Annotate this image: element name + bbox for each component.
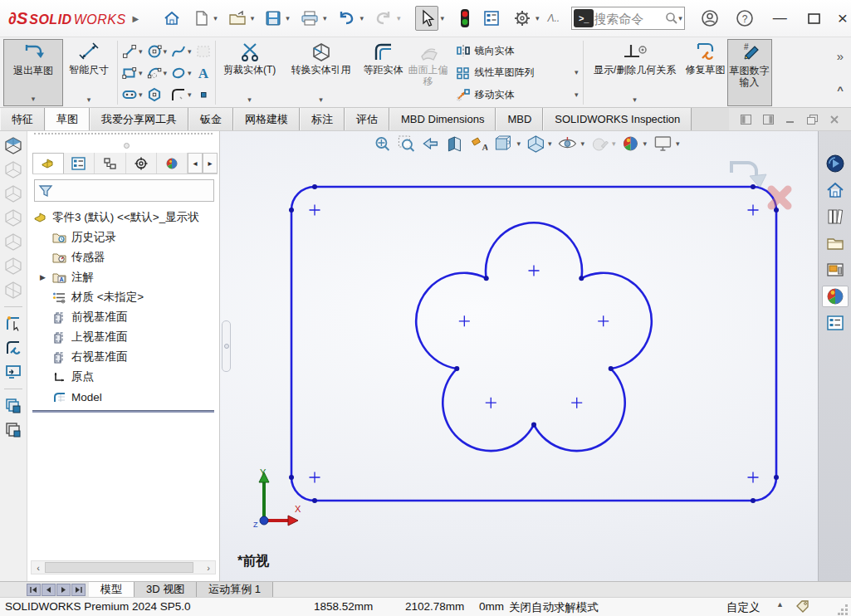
doc-close-icon[interactable] — [829, 115, 839, 125]
tree-root-item[interactable]: 零件3 (默认) <<默认>_显示状 — [27, 208, 219, 227]
ellipse-tool-icon[interactable] — [170, 65, 187, 81]
rectangle-tool-dropdown-icon[interactable]: ▾ — [139, 70, 143, 77]
display-manager-tab[interactable] — [157, 153, 188, 174]
smart-dimension-button[interactable]: 智能尺寸 ▾ — [63, 39, 115, 106]
save-dropdown-icon[interactable]: ▾ — [286, 15, 290, 22]
view-cube-icon[interactable] — [4, 257, 22, 275]
open-document-button[interactable] — [226, 6, 249, 31]
display-style-dropdown-icon[interactable]: ▾ — [548, 140, 552, 148]
convert-entities-dropdown-icon[interactable]: ▾ — [319, 96, 323, 104]
display-delete-relations-button[interactable]: 显示/删除几何关系 ▾ — [586, 39, 684, 106]
previous-tab-icon[interactable] — [42, 584, 56, 596]
account-button[interactable] — [698, 6, 721, 31]
rollback-bar[interactable] — [32, 410, 214, 413]
panel-splitter-dot[interactable] — [124, 143, 130, 149]
appearances-scenes-icon[interactable] — [822, 286, 849, 307]
view-settings-icon[interactable] — [653, 134, 672, 153]
property-manager-tab[interactable] — [64, 153, 95, 174]
tab-features[interactable]: 特征 — [0, 108, 45, 130]
tree-item-top-plane[interactable]: 上视基准面 — [27, 327, 219, 347]
zoom-area-icon[interactable] — [397, 134, 415, 153]
new-sketch-icon[interactable] — [4, 315, 22, 333]
circle-tool-icon[interactable] — [146, 43, 163, 60]
fillet-tool-dropdown-icon[interactable]: ▾ — [188, 91, 192, 99]
linear-pattern-dropdown-icon[interactable]: ▾ — [575, 69, 579, 76]
previous-view-icon[interactable] — [421, 134, 439, 153]
menu-expand-arrow-icon[interactable]: ▶ — [133, 14, 139, 23]
resize-grip-icon[interactable] — [838, 604, 849, 615]
linear-sketch-pattern-button[interactable]: 线性草图阵列 ▾ — [454, 64, 580, 82]
options-dropdown-icon[interactable]: ▾ — [536, 15, 540, 22]
trim-entities-dropdown-icon[interactable]: ▾ — [247, 96, 252, 104]
ellipse-tool-dropdown-icon[interactable]: ▾ — [188, 70, 192, 77]
tree-item-right-plane[interactable]: 右视基准面 — [27, 347, 219, 367]
tab-evaluate[interactable]: 评估 — [345, 108, 389, 130]
graphics-viewport[interactable]: A ▾ ▾ ▾ ▾ ▾ ▾ Y X Z *前视 — [235, 131, 818, 581]
toolbar-overflow-icon[interactable]: Λ.. — [548, 12, 560, 24]
zoom-fit-icon[interactable] — [373, 134, 391, 153]
window-close-button[interactable]: × — [828, 8, 851, 28]
fillet-tool-icon[interactable] — [170, 86, 187, 103]
view-settings-dropdown-icon[interactable]: ▾ — [676, 140, 680, 148]
move-entities-dropdown-icon[interactable]: ▾ — [575, 91, 579, 99]
trim-entities-button[interactable]: 剪裁实体(T) ▾ — [218, 39, 281, 106]
panel-drag-handle[interactable] — [34, 133, 213, 139]
exit-sketch-dropdown-icon[interactable]: ▾ — [32, 95, 36, 103]
view-cube-icon[interactable] — [4, 184, 22, 203]
3d-views-tab[interactable]: 3D 视图 — [134, 582, 197, 597]
print-dropdown-icon[interactable]: ▾ — [323, 15, 327, 22]
search-input[interactable] — [594, 12, 665, 26]
design-library-icon[interactable] — [822, 206, 849, 227]
move-entities-button[interactable]: 移动实体 ▾ — [454, 86, 580, 104]
tags-icon[interactable] — [795, 599, 810, 614]
expand-arrow-icon[interactable]: ▶ — [40, 273, 46, 281]
repair-sketch-button[interactable]: 修复草图 — [684, 39, 727, 106]
ribbon-expand-button[interactable]: » — [837, 49, 844, 63]
convert-entities-button[interactable]: 转换实体引用 ▾ — [281, 39, 361, 106]
panel-tab-scroll-right[interactable]: ▸ — [203, 153, 218, 174]
display-style-icon[interactable] — [526, 134, 545, 153]
isometric-view-cube-icon[interactable] — [4, 281, 22, 299]
search-icon[interactable] — [665, 12, 678, 25]
feature-tree-tab[interactable] — [32, 153, 64, 174]
arc-tool-dropdown-icon[interactable]: ▾ — [164, 70, 168, 77]
window-minimize-button[interactable]: — — [763, 10, 797, 27]
tab-mbd[interactable]: MBD — [496, 108, 543, 130]
scroll-left-icon[interactable]: ‹ — [32, 563, 45, 573]
doc-restore-icon[interactable] — [807, 115, 818, 125]
view-palette-icon[interactable] — [822, 259, 849, 281]
panel-tab-scroll-left[interactable]: ◂ — [188, 153, 203, 174]
3dexperience-icon[interactable] — [822, 153, 849, 174]
model-tab[interactable]: 模型 — [89, 582, 134, 597]
section-view-icon[interactable] — [445, 134, 463, 153]
view-cube-icon[interactable] — [4, 136, 22, 154]
tree-item-material[interactable]: 材质 <未指定> — [27, 287, 219, 307]
home-tab-icon[interactable] — [822, 179, 849, 201]
offset-entities-button[interactable]: 等距实体 — [361, 39, 406, 106]
undo-dropdown-icon[interactable]: ▾ — [359, 15, 364, 22]
tree-item-sensors[interactable]: 传感器 — [27, 247, 219, 267]
panel-splitter[interactable] — [220, 131, 235, 581]
tree-item-front-plane[interactable]: 前视基准面 — [27, 307, 219, 327]
tree-horizontal-scrollbar[interactable]: ‹ › — [31, 560, 216, 574]
tree-item-history[interactable]: 历史记录 — [27, 227, 219, 247]
smart-dimension-dropdown-icon[interactable]: ▾ — [87, 96, 91, 104]
dock-pane-right-icon[interactable] — [763, 115, 774, 125]
open-document-dropdown-icon[interactable]: ▾ — [251, 15, 255, 22]
view-orientation-icon[interactable] — [493, 134, 513, 153]
undo-button[interactable] — [335, 6, 358, 31]
file-explorer-icon[interactable] — [822, 232, 849, 254]
tab-inspection[interactable]: SOLIDWORKS Inspection — [543, 108, 692, 130]
circle-tool-dropdown-icon[interactable]: ▾ — [164, 48, 168, 56]
units-selector[interactable]: 自定义 — [726, 600, 761, 615]
select-tool-button[interactable] — [415, 6, 438, 31]
options-gear-button[interactable] — [511, 6, 534, 31]
line-tool-icon[interactable] — [121, 43, 138, 60]
new-document-dropdown-icon[interactable]: ▾ — [213, 15, 218, 22]
help-button[interactable]: ? — [733, 6, 756, 31]
ribbon-collapse-button[interactable]: ^ — [837, 84, 844, 96]
slot-tool-icon[interactable] — [121, 86, 138, 103]
tab-sheet-metal[interactable]: 钣金 — [188, 108, 233, 130]
mirror-entities-button[interactable]: 镜向实体 — [454, 42, 580, 60]
select-tool-dropdown-icon[interactable]: ▾ — [440, 15, 444, 22]
